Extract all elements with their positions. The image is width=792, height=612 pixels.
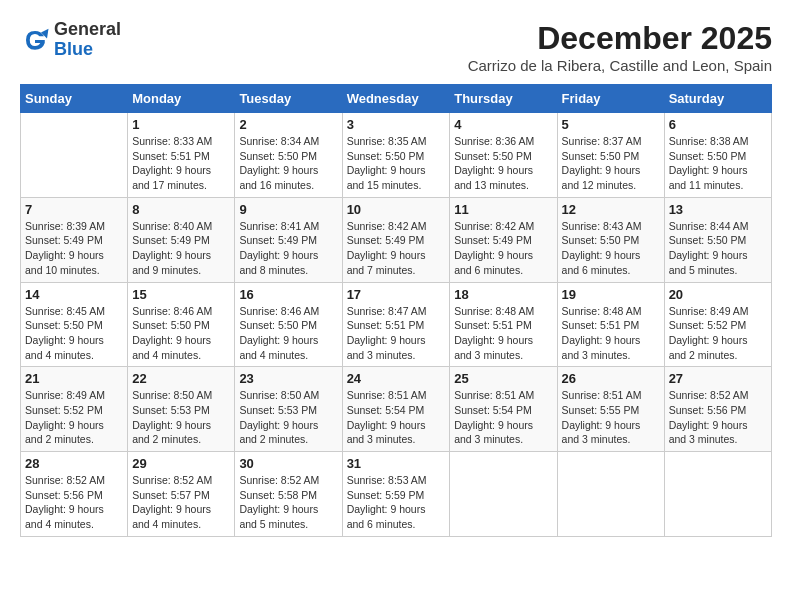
day-number: 2 [239, 117, 337, 132]
day-info: Sunrise: 8:39 AM Sunset: 5:49 PM Dayligh… [25, 219, 123, 278]
day-number: 16 [239, 287, 337, 302]
day-number: 1 [132, 117, 230, 132]
calendar-week-row: 21Sunrise: 8:49 AM Sunset: 5:52 PM Dayli… [21, 367, 772, 452]
calendar-cell: 17Sunrise: 8:47 AM Sunset: 5:51 PM Dayli… [342, 282, 450, 367]
day-info: Sunrise: 8:38 AM Sunset: 5:50 PM Dayligh… [669, 134, 767, 193]
weekday-header-cell: Tuesday [235, 85, 342, 113]
calendar-cell [664, 452, 771, 537]
day-number: 3 [347, 117, 446, 132]
calendar-cell: 5Sunrise: 8:37 AM Sunset: 5:50 PM Daylig… [557, 113, 664, 198]
day-info: Sunrise: 8:51 AM Sunset: 5:54 PM Dayligh… [454, 388, 552, 447]
calendar-cell: 27Sunrise: 8:52 AM Sunset: 5:56 PM Dayli… [664, 367, 771, 452]
weekday-header-cell: Sunday [21, 85, 128, 113]
day-info: Sunrise: 8:42 AM Sunset: 5:49 PM Dayligh… [454, 219, 552, 278]
location-title: Carrizo de la Ribera, Castille and Leon,… [468, 57, 772, 74]
calendar-cell: 20Sunrise: 8:49 AM Sunset: 5:52 PM Dayli… [664, 282, 771, 367]
calendar-week-row: 7Sunrise: 8:39 AM Sunset: 5:49 PM Daylig… [21, 197, 772, 282]
calendar-cell: 19Sunrise: 8:48 AM Sunset: 5:51 PM Dayli… [557, 282, 664, 367]
day-number: 15 [132, 287, 230, 302]
calendar-cell: 1Sunrise: 8:33 AM Sunset: 5:51 PM Daylig… [128, 113, 235, 198]
calendar-cell [557, 452, 664, 537]
logo: General Blue [20, 20, 121, 60]
day-number: 23 [239, 371, 337, 386]
calendar-cell: 29Sunrise: 8:52 AM Sunset: 5:57 PM Dayli… [128, 452, 235, 537]
day-number: 31 [347, 456, 446, 471]
calendar-cell: 16Sunrise: 8:46 AM Sunset: 5:50 PM Dayli… [235, 282, 342, 367]
day-info: Sunrise: 8:35 AM Sunset: 5:50 PM Dayligh… [347, 134, 446, 193]
day-info: Sunrise: 8:52 AM Sunset: 5:58 PM Dayligh… [239, 473, 337, 532]
day-number: 12 [562, 202, 660, 217]
day-info: Sunrise: 8:34 AM Sunset: 5:50 PM Dayligh… [239, 134, 337, 193]
day-info: Sunrise: 8:36 AM Sunset: 5:50 PM Dayligh… [454, 134, 552, 193]
calendar-cell: 22Sunrise: 8:50 AM Sunset: 5:53 PM Dayli… [128, 367, 235, 452]
calendar-week-row: 28Sunrise: 8:52 AM Sunset: 5:56 PM Dayli… [21, 452, 772, 537]
day-number: 4 [454, 117, 552, 132]
day-info: Sunrise: 8:41 AM Sunset: 5:49 PM Dayligh… [239, 219, 337, 278]
day-number: 7 [25, 202, 123, 217]
day-info: Sunrise: 8:42 AM Sunset: 5:49 PM Dayligh… [347, 219, 446, 278]
calendar-cell: 28Sunrise: 8:52 AM Sunset: 5:56 PM Dayli… [21, 452, 128, 537]
calendar-week-row: 1Sunrise: 8:33 AM Sunset: 5:51 PM Daylig… [21, 113, 772, 198]
page-header: General Blue December 2025 Carrizo de la… [20, 20, 772, 74]
day-info: Sunrise: 8:52 AM Sunset: 5:57 PM Dayligh… [132, 473, 230, 532]
day-info: Sunrise: 8:50 AM Sunset: 5:53 PM Dayligh… [132, 388, 230, 447]
day-info: Sunrise: 8:43 AM Sunset: 5:50 PM Dayligh… [562, 219, 660, 278]
calendar-cell: 26Sunrise: 8:51 AM Sunset: 5:55 PM Dayli… [557, 367, 664, 452]
logo-blue: Blue [54, 40, 121, 60]
calendar-cell: 9Sunrise: 8:41 AM Sunset: 5:49 PM Daylig… [235, 197, 342, 282]
calendar-cell: 6Sunrise: 8:38 AM Sunset: 5:50 PM Daylig… [664, 113, 771, 198]
day-number: 20 [669, 287, 767, 302]
calendar-cell: 14Sunrise: 8:45 AM Sunset: 5:50 PM Dayli… [21, 282, 128, 367]
day-info: Sunrise: 8:46 AM Sunset: 5:50 PM Dayligh… [239, 304, 337, 363]
day-number: 13 [669, 202, 767, 217]
calendar-body: 1Sunrise: 8:33 AM Sunset: 5:51 PM Daylig… [21, 113, 772, 537]
day-info: Sunrise: 8:40 AM Sunset: 5:49 PM Dayligh… [132, 219, 230, 278]
calendar-cell: 21Sunrise: 8:49 AM Sunset: 5:52 PM Dayli… [21, 367, 128, 452]
day-number: 14 [25, 287, 123, 302]
day-number: 30 [239, 456, 337, 471]
day-number: 9 [239, 202, 337, 217]
day-number: 11 [454, 202, 552, 217]
day-info: Sunrise: 8:50 AM Sunset: 5:53 PM Dayligh… [239, 388, 337, 447]
calendar-cell: 31Sunrise: 8:53 AM Sunset: 5:59 PM Dayli… [342, 452, 450, 537]
logo-icon [20, 25, 50, 55]
day-info: Sunrise: 8:37 AM Sunset: 5:50 PM Dayligh… [562, 134, 660, 193]
day-info: Sunrise: 8:52 AM Sunset: 5:56 PM Dayligh… [669, 388, 767, 447]
calendar-cell: 3Sunrise: 8:35 AM Sunset: 5:50 PM Daylig… [342, 113, 450, 198]
calendar-cell: 12Sunrise: 8:43 AM Sunset: 5:50 PM Dayli… [557, 197, 664, 282]
day-number: 18 [454, 287, 552, 302]
month-title: December 2025 [468, 20, 772, 57]
day-number: 17 [347, 287, 446, 302]
day-number: 6 [669, 117, 767, 132]
day-info: Sunrise: 8:52 AM Sunset: 5:56 PM Dayligh… [25, 473, 123, 532]
day-info: Sunrise: 8:49 AM Sunset: 5:52 PM Dayligh… [25, 388, 123, 447]
calendar-cell: 7Sunrise: 8:39 AM Sunset: 5:49 PM Daylig… [21, 197, 128, 282]
calendar-cell: 11Sunrise: 8:42 AM Sunset: 5:49 PM Dayli… [450, 197, 557, 282]
weekday-header-cell: Monday [128, 85, 235, 113]
calendar-cell [450, 452, 557, 537]
day-number: 8 [132, 202, 230, 217]
day-number: 27 [669, 371, 767, 386]
logo-general: General [54, 20, 121, 40]
calendar-cell: 30Sunrise: 8:52 AM Sunset: 5:58 PM Dayli… [235, 452, 342, 537]
calendar-cell: 10Sunrise: 8:42 AM Sunset: 5:49 PM Dayli… [342, 197, 450, 282]
calendar-cell [21, 113, 128, 198]
day-number: 26 [562, 371, 660, 386]
weekday-header-cell: Thursday [450, 85, 557, 113]
weekday-header-cell: Saturday [664, 85, 771, 113]
day-info: Sunrise: 8:46 AM Sunset: 5:50 PM Dayligh… [132, 304, 230, 363]
calendar-cell: 25Sunrise: 8:51 AM Sunset: 5:54 PM Dayli… [450, 367, 557, 452]
calendar-cell: 24Sunrise: 8:51 AM Sunset: 5:54 PM Dayli… [342, 367, 450, 452]
day-number: 19 [562, 287, 660, 302]
calendar-cell: 15Sunrise: 8:46 AM Sunset: 5:50 PM Dayli… [128, 282, 235, 367]
day-info: Sunrise: 8:51 AM Sunset: 5:54 PM Dayligh… [347, 388, 446, 447]
day-info: Sunrise: 8:49 AM Sunset: 5:52 PM Dayligh… [669, 304, 767, 363]
calendar-table: SundayMondayTuesdayWednesdayThursdayFrid… [20, 84, 772, 537]
day-info: Sunrise: 8:51 AM Sunset: 5:55 PM Dayligh… [562, 388, 660, 447]
calendar-cell: 4Sunrise: 8:36 AM Sunset: 5:50 PM Daylig… [450, 113, 557, 198]
calendar-week-row: 14Sunrise: 8:45 AM Sunset: 5:50 PM Dayli… [21, 282, 772, 367]
day-number: 10 [347, 202, 446, 217]
day-info: Sunrise: 8:48 AM Sunset: 5:51 PM Dayligh… [562, 304, 660, 363]
day-number: 24 [347, 371, 446, 386]
day-info: Sunrise: 8:47 AM Sunset: 5:51 PM Dayligh… [347, 304, 446, 363]
